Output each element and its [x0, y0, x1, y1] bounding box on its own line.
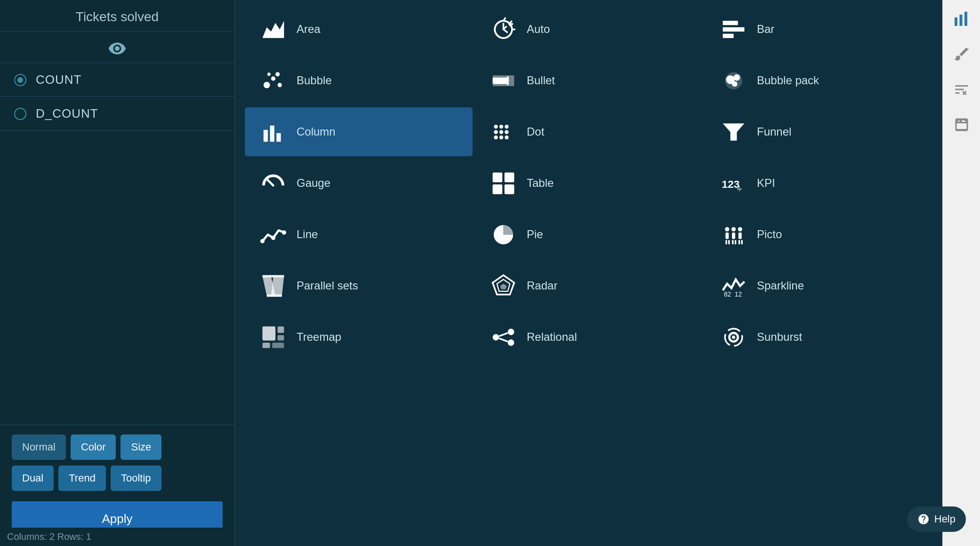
chart-auto[interactable]: Auto: [475, 5, 703, 54]
chart-line[interactable]: Line: [245, 210, 473, 259]
svg-point-24: [505, 130, 508, 134]
buttons-row2: Dual Trend Tooltip: [12, 466, 223, 491]
help-button[interactable]: Help: [907, 506, 966, 532]
chart-type-grid: Area Auto Bar Bubble: [235, 0, 942, 546]
left-header: Tickets solved: [0, 0, 234, 32]
svg-rect-73: [955, 17, 957, 26]
svg-point-43: [731, 227, 735, 231]
chart-dot[interactable]: Dot: [475, 107, 703, 156]
line-icon: [259, 220, 287, 249]
chart-column[interactable]: Column: [245, 107, 473, 156]
chart-bullet-label: Bullet: [527, 74, 555, 87]
column-icon: [259, 118, 287, 146]
chart-line-label: Line: [297, 228, 318, 241]
chart-table[interactable]: Table: [475, 159, 703, 208]
auto-icon: [489, 15, 517, 43]
question-mark-icon: [917, 513, 930, 525]
svg-point-5: [271, 76, 275, 80]
table-icon: [489, 169, 517, 197]
svg-rect-48: [738, 232, 741, 239]
svg-rect-74: [959, 15, 962, 26]
svg-rect-16: [263, 129, 267, 141]
chart-picto[interactable]: Picto: [705, 210, 933, 259]
metric-d-count[interactable]: D_COUNT: [0, 97, 234, 131]
trend-button[interactable]: Trend: [58, 466, 106, 491]
svg-rect-18: [276, 133, 281, 141]
svg-line-29: [268, 180, 273, 185]
panel-title: Tickets solved: [76, 9, 159, 24]
chart-sunburst[interactable]: Sunburst: [705, 313, 933, 361]
chart-parallel-sets[interactable]: Parallel sets: [245, 261, 473, 310]
size-button[interactable]: Size: [120, 434, 161, 460]
chart-area[interactable]: Area: [245, 5, 473, 54]
chart-sparkline-label: Sparkline: [757, 279, 804, 292]
chart-picto-label: Picto: [757, 228, 782, 241]
svg-rect-75: [964, 12, 967, 26]
tooltip-button[interactable]: Tooltip: [111, 466, 161, 491]
svg-text:82: 82: [723, 291, 731, 298]
metrics-list: COUNT D_COUNT: [0, 63, 234, 425]
svg-point-4: [263, 81, 270, 88]
sort-icon[interactable]: [950, 78, 973, 101]
chart-pie-label: Pie: [527, 228, 543, 241]
chart-sunburst-label: Sunburst: [757, 330, 802, 344]
chart-radar-label: Radar: [527, 279, 557, 292]
chart-bubble-label: Bubble: [297, 74, 332, 87]
chart-gauge[interactable]: Gauge: [245, 159, 473, 208]
svg-point-8: [267, 72, 270, 76]
chart-bullet[interactable]: Bullet: [475, 56, 703, 105]
chart-auto-label: Auto: [527, 23, 550, 36]
svg-point-22: [494, 130, 498, 134]
svg-rect-49: [738, 240, 739, 244]
svg-line-69: [499, 338, 507, 341]
status-bar: Columns: 2 Rows: 1: [0, 528, 234, 546]
bar-chart-icon[interactable]: [950, 7, 973, 31]
paint-brush-icon[interactable]: [950, 42, 973, 66]
chart-relational[interactable]: Relational: [475, 313, 703, 361]
svg-point-14: [733, 74, 740, 80]
chart-kpi-label: KPI: [757, 177, 775, 190]
chart-bar[interactable]: Bar: [705, 5, 933, 54]
svg-marker-57: [500, 283, 506, 289]
svg-rect-45: [732, 240, 733, 244]
svg-marker-28: [723, 123, 744, 141]
svg-point-19: [494, 124, 498, 128]
metric-count-label: COUNT: [36, 72, 81, 87]
chart-funnel[interactable]: Funnel: [705, 107, 933, 156]
svg-point-6: [275, 72, 280, 76]
radar-icon: [489, 272, 517, 300]
chart-bubble[interactable]: Bubble: [245, 56, 473, 105]
chart-bubble-pack[interactable]: Bubble pack: [705, 56, 933, 105]
chart-bubble-pack-label: Bubble pack: [757, 74, 819, 87]
normal-button[interactable]: Normal: [12, 434, 66, 460]
left-panel: Tickets solved COUNT D_COUNT Normal Col: [0, 0, 235, 546]
calculator-icon[interactable]: [950, 113, 973, 136]
chart-pie[interactable]: Pie: [475, 210, 703, 259]
svg-rect-33: [504, 184, 514, 194]
sunburst-icon: [719, 323, 747, 351]
svg-rect-30: [492, 172, 502, 182]
dual-button[interactable]: Dual: [12, 466, 54, 491]
svg-rect-31: [504, 172, 514, 182]
chart-kpi[interactable]: 123÷ KPI: [705, 159, 933, 208]
chart-radar[interactable]: Radar: [475, 261, 703, 310]
help-label: Help: [934, 513, 956, 525]
metric-count[interactable]: COUNT: [0, 63, 234, 97]
svg-rect-60: [262, 326, 275, 340]
svg-rect-64: [277, 335, 284, 340]
chart-parallel-sets-label: Parallel sets: [297, 279, 358, 292]
chart-column-label: Column: [297, 125, 336, 138]
color-button[interactable]: Color: [71, 434, 116, 460]
chart-treemap[interactable]: Treemap: [245, 313, 473, 361]
svg-marker-52: [271, 276, 284, 295]
gauge-icon: [259, 169, 287, 197]
svg-rect-1: [723, 21, 738, 25]
svg-point-66: [507, 329, 514, 335]
chart-dot-label: Dot: [527, 125, 544, 138]
buttons-row1: Normal Color Size: [12, 434, 223, 460]
pie-icon: [489, 220, 517, 249]
radio-d-count: [14, 108, 26, 120]
chart-bar-label: Bar: [757, 23, 774, 36]
chart-sparkline[interactable]: 8212 Sparkline: [705, 261, 933, 310]
chart-treemap-label: Treemap: [297, 330, 341, 344]
